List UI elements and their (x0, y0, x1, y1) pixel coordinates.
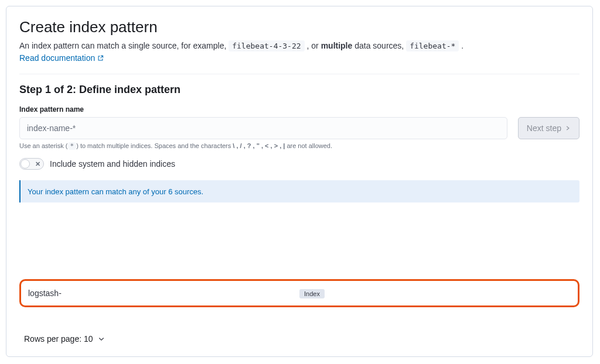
callout-text: Your index pattern can match any of your… (28, 187, 203, 196)
toggle-label: Include system and hidden indices (50, 159, 175, 169)
next-step-button[interactable]: Next step (518, 117, 579, 139)
rows-per-page-button[interactable]: Rows per page: 10 (24, 334, 105, 344)
help-text: Use an asterisk (*) to match multiple in… (19, 142, 579, 150)
desc-text: An index pattern can match a single sour… (19, 41, 229, 50)
read-documentation-link[interactable]: Read documentation (19, 53, 104, 63)
index-badge: Index (299, 289, 325, 298)
source-name-cell: logstash- (27, 289, 299, 298)
external-link-icon (97, 55, 104, 61)
help-mid: ) to match multiple indices. Spaces and … (76, 142, 233, 149)
desc-bold: multiple (321, 41, 353, 50)
toggle-row: ✕ Include system and hidden indices (19, 158, 579, 170)
divider (19, 74, 579, 74)
table-row[interactable]: logstash- Index (19, 279, 579, 307)
doc-link-label: Read documentation (19, 53, 95, 63)
help-chars: \ , / , ? , " , < , > , | (233, 142, 285, 149)
help-suffix: are not allowed. (285, 142, 332, 149)
step-heading: Step 1 of 2: Define index pattern (19, 84, 579, 96)
page-title: Create index pattern (19, 18, 579, 36)
code-example-2: filebeat-* (406, 40, 459, 51)
field-row: Next step (19, 117, 579, 139)
source-type-cell: Index (299, 288, 325, 298)
toggle-knob (21, 159, 30, 169)
chevron-right-icon (565, 125, 571, 131)
page-subtitle: An index pattern can match a single sour… (19, 40, 579, 52)
help-ast: * (68, 142, 77, 150)
index-pattern-input[interactable] (19, 117, 507, 139)
next-step-label: Next step (527, 123, 561, 133)
toggle-off-icon: ✕ (35, 160, 40, 168)
rows-per-page-label: Rows per page: 10 (24, 334, 93, 344)
chevron-down-icon (98, 335, 105, 342)
field-label: Index pattern name (19, 105, 579, 114)
create-index-pattern-panel: Create index pattern An index pattern ca… (6, 6, 593, 357)
desc-text: . (461, 41, 463, 50)
include-system-toggle[interactable]: ✕ (19, 158, 44, 170)
desc-text: , or (307, 41, 321, 50)
match-callout: Your index pattern can match any of your… (19, 180, 579, 202)
help-prefix: Use an asterisk ( (19, 142, 68, 149)
desc-text: data sources, (354, 41, 406, 50)
code-example-1: filebeat-4-3-22 (229, 40, 304, 51)
